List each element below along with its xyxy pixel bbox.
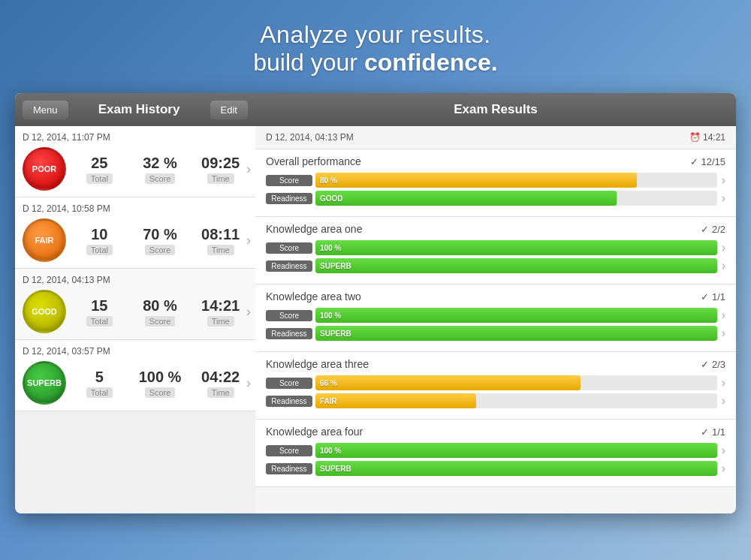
- knowledge-section: Knowledge area three ✓ 2/3 Score 66 % › …: [255, 352, 736, 420]
- stat-time-value: 09:25: [201, 155, 240, 172]
- knowledge-header: Knowledge area two ✓ 1/1: [266, 291, 725, 303]
- stat-time-value: 04:22: [201, 369, 240, 386]
- bar-chevron-icon: ›: [722, 394, 725, 408]
- bar-track: 100 %: [315, 308, 717, 323]
- bar-row: Score 100 % ›: [266, 443, 725, 458]
- bar-fill: 66 %: [315, 375, 581, 390]
- knowledge-title: Knowledge area three: [266, 358, 369, 370]
- app-container: Menu Exam History Edit D 12, 2014, 11:07…: [15, 93, 736, 513]
- stat-total-label: Total: [86, 245, 113, 255]
- knowledge-section: Knowledge area two ✓ 1/1 Score 100 % › R…: [255, 285, 736, 352]
- results-exam-date: D 12, 2014, 04:13 PM: [266, 132, 354, 143]
- bar-chevron-icon: ›: [722, 259, 725, 272]
- knowledge-score: ✓ 12/15: [690, 156, 725, 167]
- exam-date: D 12, 2014, 04:13 PM: [23, 275, 248, 285]
- bar-label: Readiness: [266, 193, 312, 204]
- bar-value-text: GOOD: [320, 194, 343, 203]
- hero-line2: build your confidence.: [253, 49, 497, 77]
- bar-chevron-icon: ›: [722, 241, 725, 254]
- bar-value-text: 66 %: [320, 379, 337, 387]
- bar-fill: GOOD: [315, 191, 617, 206]
- bar-row: Readiness FAIR ›: [266, 393, 725, 408]
- stat-score-value: 80 %: [143, 297, 177, 315]
- menu-button[interactable]: Menu: [23, 101, 68, 119]
- bar-row: Readiness SUPERB ›: [266, 326, 725, 341]
- exam-list-item[interactable]: D 12, 2014, 11:07 PM POOR 25 Total 32 % …: [15, 126, 255, 197]
- knowledge-header: Knowledge area four ✓ 1/1: [266, 426, 725, 438]
- bar-chevron-icon: ›: [722, 376, 725, 390]
- knowledge-section: Knowledge area one ✓ 2/2 Score 100 % › R…: [255, 217, 736, 285]
- bar-label: Score: [266, 310, 312, 321]
- stat-total: 25 Total: [72, 155, 127, 184]
- stat-total-label: Total: [86, 387, 113, 398]
- exam-date: D 12, 2014, 11:07 PM: [23, 132, 248, 143]
- knowledge-score: ✓ 2/3: [701, 359, 725, 370]
- knowledge-score: ✓ 1/1: [701, 426, 725, 438]
- bar-label: Readiness: [266, 260, 312, 272]
- bar-fill: SUPERB: [315, 326, 717, 341]
- rating-badge: SUPERB: [23, 361, 66, 405]
- knowledge-score: ✓ 1/1: [701, 291, 725, 303]
- bar-label: Readiness: [266, 396, 312, 407]
- results-panel: D 12, 2014, 04:13 PM ⏰ 14:21 Overall per…: [255, 126, 736, 513]
- stat-score-label: Score: [145, 316, 176, 327]
- bar-label: Readiness: [266, 463, 312, 474]
- bar-fill: 100 %: [315, 308, 717, 323]
- stat-time-value: 08:11: [201, 226, 240, 243]
- bar-chevron-icon: ›: [722, 191, 725, 205]
- stat-score: 80 % Score: [133, 297, 188, 327]
- hero-line1: Analyze your results.: [253, 21, 497, 49]
- exam-stats: SUPERB 5 Total 100 % Score 04:22 Time ›: [23, 361, 248, 405]
- bar-fill: 100 %: [315, 240, 717, 255]
- bar-label: Readiness: [266, 328, 312, 339]
- stat-total: 10 Total: [72, 226, 127, 255]
- stat-total-value: 10: [91, 226, 107, 243]
- stat-score: 32 % Score: [133, 155, 188, 184]
- bar-value-text: 80 %: [320, 176, 337, 185]
- stat-total-value: 15: [91, 297, 107, 315]
- exam-list-item[interactable]: D 12, 2014, 04:13 PM GOOD 15 Total 80 % …: [15, 269, 255, 340]
- stat-time-value: 14:21: [201, 297, 240, 315]
- knowledge-title: Knowledge area two: [266, 291, 361, 303]
- bar-row: Score 100 % ›: [266, 308, 725, 323]
- knowledge-title: Overall performance: [266, 155, 361, 167]
- hero-line2-bold: confidence.: [364, 49, 498, 76]
- rating-badge: FAIR: [23, 218, 66, 262]
- stat-score-label: Score: [145, 173, 176, 184]
- bar-row: Score 80 % ›: [266, 173, 725, 188]
- bar-value-text: FAIR: [320, 397, 337, 405]
- bar-fill: SUPERB: [315, 461, 717, 476]
- exam-list-item[interactable]: D 12, 2014, 10:58 PM FAIR 10 Total 70 % …: [15, 197, 255, 269]
- exam-stats: GOOD 15 Total 80 % Score 14:21 Time ›: [23, 290, 248, 333]
- stat-time: 08:11 Time: [193, 226, 248, 255]
- bar-track: GOOD: [315, 191, 717, 206]
- knowledge-title: Knowledge area four: [266, 426, 363, 438]
- bar-fill: 80 %: [315, 173, 637, 188]
- bar-track: 100 %: [315, 240, 717, 255]
- exam-list-item[interactable]: D 12, 2014, 03:57 PM SUPERB 5 Total 100 …: [15, 340, 255, 411]
- right-panel: Exam Results D 12, 2014, 04:13 PM ⏰ 14:2…: [255, 93, 736, 513]
- chevron-right-icon: ›: [246, 233, 251, 248]
- left-header: Menu Exam History Edit: [15, 93, 255, 126]
- bar-value-text: SUPERB: [320, 262, 351, 270]
- knowledge-section: Overall performance ✓ 12/15 Score 80 % ›…: [255, 149, 736, 217]
- stat-total: 15 Total: [72, 297, 127, 327]
- bar-chevron-icon: ›: [722, 462, 725, 475]
- bar-chevron-icon: ›: [722, 327, 725, 340]
- stat-total: 5 Total: [72, 369, 127, 398]
- edit-button[interactable]: Edit: [210, 101, 248, 119]
- stat-time: 14:21 Time: [193, 297, 248, 327]
- bar-fill: FAIR: [315, 393, 476, 408]
- bar-fill: SUPERB: [315, 258, 717, 273]
- stat-score-value: 32 %: [143, 155, 177, 172]
- stat-time: 04:22 Time: [193, 369, 248, 398]
- stat-total-value: 25: [91, 155, 107, 172]
- bar-value-text: SUPERB: [320, 330, 351, 338]
- exam-list: D 12, 2014, 11:07 PM POOR 25 Total 32 % …: [15, 126, 255, 513]
- stat-score-label: Score: [145, 387, 176, 398]
- hero-line2-prefix: build your: [253, 49, 364, 76]
- bar-fill: 100 %: [315, 443, 717, 458]
- bar-row: Readiness SUPERB ›: [266, 258, 725, 273]
- left-panel: Menu Exam History Edit D 12, 2014, 11:07…: [15, 93, 255, 513]
- stat-time-label: Time: [207, 316, 234, 327]
